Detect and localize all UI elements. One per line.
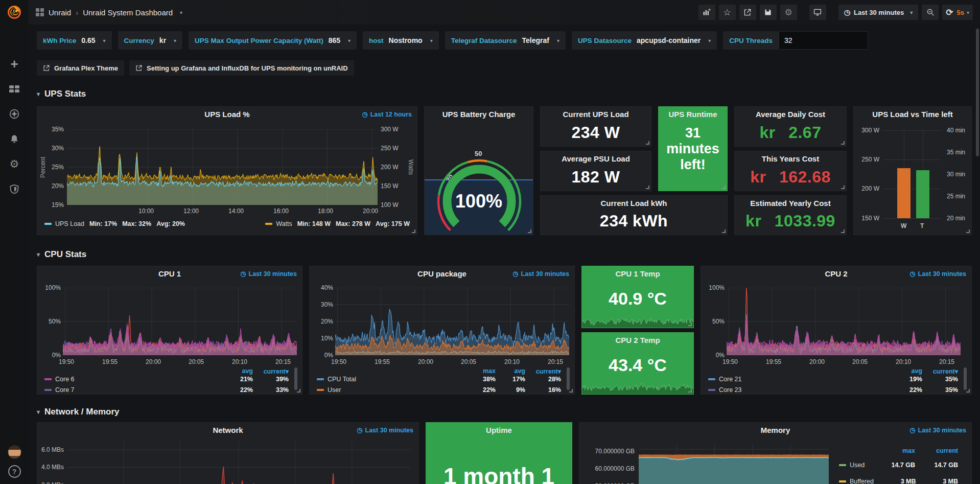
refresh-button[interactable]: ⟳ 5s ▾ bbox=[942, 5, 973, 20]
settings-gear-button[interactable]: ⚙ bbox=[780, 5, 797, 20]
panel-time-range[interactable]: ◷Last 30 minutes bbox=[909, 270, 966, 278]
resize-handle[interactable] bbox=[569, 389, 573, 393]
panel-title[interactable]: UPS Load vs Time left bbox=[854, 107, 971, 122]
series-dash-icon bbox=[44, 389, 52, 391]
legend-scrollbar[interactable] bbox=[567, 367, 570, 390]
cpu-package-chart[interactable] bbox=[335, 288, 569, 355]
panel-time-range[interactable]: ◷Last 30 minutes bbox=[240, 270, 297, 278]
explore-compass-icon[interactable] bbox=[9, 108, 20, 120]
title-caret-icon[interactable]: ▾ bbox=[180, 10, 182, 15]
panel-title[interactable]: UPS Load % bbox=[37, 107, 417, 122]
resize-handle[interactable] bbox=[412, 229, 415, 233]
panel-title[interactable]: CPU 2 Temp bbox=[582, 333, 693, 348]
time-range-picker[interactable]: ◷ Last 30 minutes ▾ bbox=[838, 5, 919, 20]
panel-title[interactable]: UPS Runtime bbox=[659, 107, 727, 122]
panel-title[interactable]: Uptime bbox=[426, 423, 572, 438]
link-grafana-plex-theme[interactable]: Grafana Plex Theme bbox=[37, 60, 124, 76]
grafana-logo-icon[interactable] bbox=[6, 4, 22, 20]
bar-watts[interactable] bbox=[897, 168, 911, 218]
panel-title[interactable]: Current UPS Load bbox=[541, 107, 651, 122]
panel-time-range[interactable]: ◷Last 12 hours bbox=[362, 111, 412, 118]
star-button[interactable]: ☆ bbox=[719, 5, 736, 20]
cpu2-chart[interactable] bbox=[727, 288, 961, 355]
cpu-threads-input[interactable] bbox=[779, 31, 868, 50]
legend-header-max[interactable]: max bbox=[466, 367, 496, 375]
resize-handle[interactable] bbox=[966, 389, 970, 393]
resize-handle[interactable] bbox=[297, 389, 300, 393]
server-admin-shield-icon[interactable] bbox=[9, 183, 20, 195]
legend-header-current[interactable]: current▾ bbox=[525, 367, 561, 375]
section-network-memory[interactable]: ▾ Network / Memory bbox=[37, 407, 972, 417]
resize-handle[interactable] bbox=[528, 229, 531, 233]
share-button[interactable] bbox=[739, 5, 756, 20]
legend-header-avg[interactable]: avg bbox=[223, 367, 253, 375]
legend-scrollbar[interactable] bbox=[964, 367, 967, 390]
legend-header-current[interactable]: current▾ bbox=[922, 367, 958, 375]
ups-load-chart[interactable] bbox=[67, 129, 378, 205]
panel-time-range[interactable]: ◷Last 30 minutes bbox=[512, 270, 569, 278]
resize-handle[interactable] bbox=[841, 229, 845, 233]
link-ups-monitoring-guide[interactable]: Setting up Grafana and InfluxDB for UPS … bbox=[129, 60, 354, 76]
panel-time-range[interactable]: ◷Last 30 minutes bbox=[909, 427, 966, 434]
network-chart[interactable] bbox=[67, 441, 410, 484]
section-ups-stats[interactable]: ▾ UPS Stats bbox=[37, 89, 972, 99]
resize-handle[interactable] bbox=[722, 229, 726, 233]
dashboards-icon[interactable] bbox=[9, 83, 20, 95]
x-tick: 10:00 bbox=[138, 208, 154, 215]
resize-handle[interactable] bbox=[841, 186, 845, 189]
resize-handle[interactable] bbox=[688, 389, 692, 393]
resize-handle[interactable] bbox=[646, 141, 649, 145]
dashboard-grid-icon[interactable] bbox=[36, 8, 44, 16]
section-cpu-stats[interactable]: ▾ CPU Stats bbox=[37, 249, 972, 260]
breadcrumb-folder[interactable]: Unraid bbox=[49, 8, 71, 17]
memory-chart[interactable] bbox=[639, 443, 829, 484]
legend-scrollbar[interactable] bbox=[294, 367, 297, 390]
variable-currency[interactable]: Currency kr ▾ bbox=[118, 31, 183, 50]
resize-handle[interactable] bbox=[646, 186, 649, 189]
cpu1-chart[interactable] bbox=[63, 288, 297, 355]
cpu-threads-label-box: CPU Threads bbox=[723, 31, 779, 50]
panel-title[interactable]: UPS Battery Charge bbox=[425, 107, 533, 122]
bar-time-left[interactable] bbox=[916, 170, 929, 218]
resize-handle[interactable] bbox=[841, 141, 845, 145]
add-panel-button[interactable] bbox=[698, 5, 715, 20]
legend-header-current[interactable]: current▾ bbox=[253, 367, 289, 375]
panel-title[interactable]: Current Load kWh bbox=[541, 196, 727, 211]
variable-kwh-price[interactable]: kWh Price 0.65 ▾ bbox=[37, 31, 112, 50]
create-icon[interactable]: + bbox=[9, 58, 20, 70]
stat-value: kr 2.67 bbox=[735, 123, 846, 142]
panel-title[interactable]: Average PSU Load bbox=[541, 151, 651, 167]
alerting-bell-icon[interactable] bbox=[9, 133, 20, 145]
page-title[interactable]: Unraid System Dashboard bbox=[83, 8, 173, 17]
legend-header-current[interactable]: current bbox=[915, 447, 958, 454]
save-button[interactable] bbox=[760, 5, 777, 20]
resize-handle[interactable] bbox=[688, 322, 692, 326]
variable-host[interactable]: host Nostromo ▾ bbox=[363, 31, 439, 50]
legend-header-avg[interactable]: avg bbox=[893, 367, 922, 375]
y-tick: 20% bbox=[44, 182, 64, 190]
page-scrollbar[interactable] bbox=[976, 29, 979, 156]
refresh-interval[interactable]: 5s bbox=[957, 9, 964, 16]
panel-title[interactable]: Average Daily Cost bbox=[735, 107, 846, 122]
variable-ups-datasource[interactable]: UPS Datasource apcupsd-container ▾ bbox=[572, 31, 717, 50]
legend-header-avg[interactable]: avg bbox=[496, 367, 525, 375]
legend-ups-load[interactable]: UPS Load Min: 17% Max: 32% Avg: 20% bbox=[44, 220, 185, 227]
variable-telegraf-datasource[interactable]: Telegraf Datasource Telegraf ▾ bbox=[445, 31, 566, 50]
x-tick: 19:50 bbox=[331, 358, 346, 365]
panel-time-range[interactable]: ◷Last 30 minutes bbox=[357, 427, 413, 434]
y-tick: 150 W bbox=[857, 215, 879, 222]
configuration-gear-icon[interactable]: ⚙ bbox=[9, 158, 20, 170]
resize-handle[interactable] bbox=[966, 229, 970, 233]
resize-handle[interactable] bbox=[722, 186, 726, 189]
panel-title[interactable]: CPU 1 Temp bbox=[582, 266, 693, 282]
cycle-view-tv-button[interactable] bbox=[809, 5, 826, 20]
panel-title[interactable]: This Years Cost bbox=[735, 151, 846, 167]
user-avatar[interactable] bbox=[8, 445, 21, 459]
legend-header-max[interactable]: max bbox=[872, 447, 915, 454]
zoom-out-button[interactable] bbox=[922, 5, 939, 20]
legend-watts[interactable]: Watts Min: 148 W Max: 278 W Avg: 175 W bbox=[265, 220, 410, 227]
help-icon[interactable]: ? bbox=[8, 465, 21, 478]
panel-title[interactable]: Estimated Yearly Cost bbox=[735, 196, 846, 211]
y-tick: 0% bbox=[39, 352, 61, 359]
variable-ups-max-output[interactable]: UPS Max Output Power Capacity (Watt) 865… bbox=[189, 31, 357, 50]
